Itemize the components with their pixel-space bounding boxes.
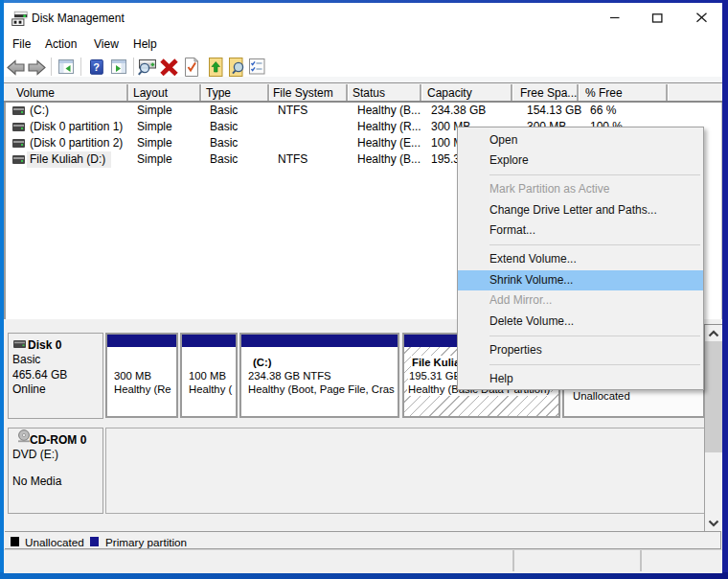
svg-text:?: ?: [93, 61, 100, 73]
